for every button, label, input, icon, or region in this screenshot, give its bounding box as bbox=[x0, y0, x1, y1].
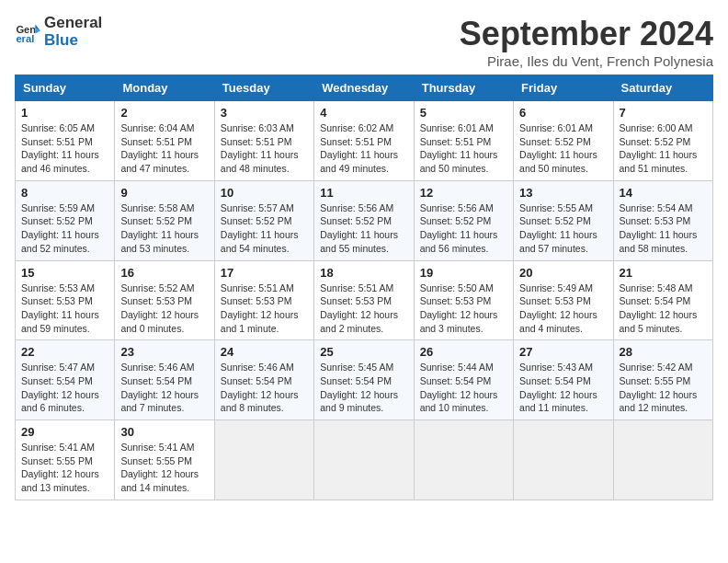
calendar-weekday-header: Saturday bbox=[613, 75, 712, 101]
calendar-day-cell: 1 Sunrise: 6:05 AM Sunset: 5:51 PM Dayli… bbox=[16, 101, 115, 181]
day-info: Sunrise: 5:51 AM Sunset: 5:53 PM Dayligh… bbox=[221, 282, 308, 336]
day-number: 22 bbox=[21, 345, 108, 359]
day-info: Sunrise: 5:50 AM Sunset: 5:53 PM Dayligh… bbox=[420, 282, 507, 336]
calendar-day-cell: 4 Sunrise: 6:02 AM Sunset: 5:51 PM Dayli… bbox=[314, 101, 414, 181]
day-info: Sunrise: 5:44 AM Sunset: 5:54 PM Dayligh… bbox=[420, 361, 507, 415]
day-info: Sunrise: 5:59 AM Sunset: 5:52 PM Dayligh… bbox=[21, 201, 108, 256]
logo-text-line2: Blue bbox=[44, 32, 102, 50]
calendar-body: 1 Sunrise: 6:05 AM Sunset: 5:51 PM Dayli… bbox=[16, 101, 713, 500]
calendar-day-cell: 23 Sunrise: 5:46 AM Sunset: 5:54 PM Dayl… bbox=[115, 340, 214, 420]
day-number: 13 bbox=[519, 186, 607, 200]
title-block: September 2024 Pirae, Iles du Vent, Fren… bbox=[460, 15, 713, 69]
day-number: 6 bbox=[519, 106, 607, 120]
svg-text:eral: eral bbox=[16, 33, 34, 44]
calendar-day-cell: 27 Sunrise: 5:43 AM Sunset: 5:54 PM Dayl… bbox=[514, 340, 613, 420]
day-number: 20 bbox=[519, 266, 607, 280]
day-number: 28 bbox=[620, 345, 707, 359]
day-info: Sunrise: 6:00 AM Sunset: 5:52 PM Dayligh… bbox=[620, 121, 707, 176]
day-number: 25 bbox=[320, 345, 407, 359]
calendar-day-cell bbox=[414, 420, 513, 500]
day-number: 27 bbox=[519, 345, 607, 359]
day-info: Sunrise: 5:49 AM Sunset: 5:53 PM Dayligh… bbox=[519, 282, 607, 336]
day-number: 12 bbox=[420, 186, 507, 200]
calendar-day-cell: 8 Sunrise: 5:59 AM Sunset: 5:52 PM Dayli… bbox=[16, 180, 115, 260]
day-number: 11 bbox=[320, 186, 407, 200]
day-info: Sunrise: 5:56 AM Sunset: 5:52 PM Dayligh… bbox=[420, 201, 507, 256]
day-info: Sunrise: 5:53 AM Sunset: 5:53 PM Dayligh… bbox=[21, 282, 108, 336]
calendar-day-cell: 29 Sunrise: 5:41 AM Sunset: 5:55 PM Dayl… bbox=[16, 420, 115, 500]
day-info: Sunrise: 5:41 AM Sunset: 5:55 PM Dayligh… bbox=[120, 441, 208, 495]
calendar-day-cell: 28 Sunrise: 5:42 AM Sunset: 5:55 PM Dayl… bbox=[613, 340, 712, 420]
calendar-header-row: SundayMondayTuesdayWednesdayThursdayFrid… bbox=[16, 75, 713, 101]
day-info: Sunrise: 5:54 AM Sunset: 5:53 PM Dayligh… bbox=[620, 201, 707, 256]
calendar-day-cell: 16 Sunrise: 5:52 AM Sunset: 5:53 PM Dayl… bbox=[115, 260, 214, 340]
calendar-weekday-header: Sunday bbox=[16, 75, 115, 101]
day-info: Sunrise: 6:03 AM Sunset: 5:51 PM Dayligh… bbox=[221, 121, 308, 176]
day-number: 10 bbox=[221, 186, 308, 200]
day-number: 8 bbox=[21, 186, 108, 200]
day-number: 1 bbox=[21, 106, 108, 120]
day-number: 3 bbox=[221, 106, 308, 120]
calendar-day-cell: 14 Sunrise: 5:54 AM Sunset: 5:53 PM Dayl… bbox=[613, 180, 712, 260]
day-number: 17 bbox=[221, 266, 308, 280]
calendar-day-cell: 25 Sunrise: 5:45 AM Sunset: 5:54 PM Dayl… bbox=[314, 340, 414, 420]
calendar-week-row: 1 Sunrise: 6:05 AM Sunset: 5:51 PM Dayli… bbox=[16, 101, 713, 181]
calendar-day-cell: 22 Sunrise: 5:47 AM Sunset: 5:54 PM Dayl… bbox=[16, 340, 115, 420]
calendar-table: SundayMondayTuesdayWednesdayThursdayFrid… bbox=[15, 75, 713, 500]
day-number: 21 bbox=[620, 266, 707, 280]
day-number: 4 bbox=[320, 106, 407, 120]
calendar-weekday-header: Friday bbox=[514, 75, 613, 101]
calendar-weekday-header: Wednesday bbox=[314, 75, 414, 101]
calendar-day-cell: 7 Sunrise: 6:00 AM Sunset: 5:52 PM Dayli… bbox=[613, 101, 712, 181]
day-number: 26 bbox=[420, 345, 507, 359]
day-number: 5 bbox=[420, 106, 507, 120]
day-number: 16 bbox=[120, 266, 208, 280]
day-info: Sunrise: 5:56 AM Sunset: 5:52 PM Dayligh… bbox=[320, 201, 407, 256]
calendar-day-cell: 30 Sunrise: 5:41 AM Sunset: 5:55 PM Dayl… bbox=[115, 420, 214, 500]
day-info: Sunrise: 5:45 AM Sunset: 5:54 PM Dayligh… bbox=[320, 361, 407, 415]
day-number: 18 bbox=[320, 266, 407, 280]
day-number: 23 bbox=[120, 345, 208, 359]
day-info: Sunrise: 6:04 AM Sunset: 5:51 PM Dayligh… bbox=[120, 121, 208, 176]
day-info: Sunrise: 5:48 AM Sunset: 5:54 PM Dayligh… bbox=[620, 282, 707, 336]
calendar-day-cell: 12 Sunrise: 5:56 AM Sunset: 5:52 PM Dayl… bbox=[414, 180, 513, 260]
calendar-day-cell: 3 Sunrise: 6:03 AM Sunset: 5:51 PM Dayli… bbox=[214, 101, 313, 181]
day-number: 7 bbox=[620, 106, 707, 120]
calendar-day-cell: 18 Sunrise: 5:51 AM Sunset: 5:53 PM Dayl… bbox=[314, 260, 414, 340]
day-number: 15 bbox=[21, 266, 108, 280]
day-info: Sunrise: 5:42 AM Sunset: 5:55 PM Dayligh… bbox=[620, 361, 707, 415]
calendar-day-cell: 26 Sunrise: 5:44 AM Sunset: 5:54 PM Dayl… bbox=[414, 340, 513, 420]
calendar-day-cell: 21 Sunrise: 5:48 AM Sunset: 5:54 PM Dayl… bbox=[613, 260, 712, 340]
calendar-day-cell: 11 Sunrise: 5:56 AM Sunset: 5:52 PM Dayl… bbox=[314, 180, 414, 260]
calendar-day-cell: 20 Sunrise: 5:49 AM Sunset: 5:53 PM Dayl… bbox=[514, 260, 613, 340]
day-info: Sunrise: 5:51 AM Sunset: 5:53 PM Dayligh… bbox=[320, 282, 407, 336]
day-info: Sunrise: 5:46 AM Sunset: 5:54 PM Dayligh… bbox=[221, 361, 308, 415]
day-number: 30 bbox=[120, 425, 208, 439]
calendar-day-cell bbox=[613, 420, 712, 500]
calendar-week-row: 8 Sunrise: 5:59 AM Sunset: 5:52 PM Dayli… bbox=[16, 180, 713, 260]
calendar-day-cell: 6 Sunrise: 6:01 AM Sunset: 5:52 PM Dayli… bbox=[514, 101, 613, 181]
calendar-day-cell: 5 Sunrise: 6:01 AM Sunset: 5:51 PM Dayli… bbox=[414, 101, 513, 181]
calendar-week-row: 22 Sunrise: 5:47 AM Sunset: 5:54 PM Dayl… bbox=[16, 340, 713, 420]
day-number: 14 bbox=[620, 186, 707, 200]
location-subtitle: Pirae, Iles du Vent, French Polynesia bbox=[460, 53, 713, 69]
calendar-day-cell: 2 Sunrise: 6:04 AM Sunset: 5:51 PM Dayli… bbox=[115, 101, 214, 181]
calendar-day-cell: 24 Sunrise: 5:46 AM Sunset: 5:54 PM Dayl… bbox=[214, 340, 313, 420]
day-info: Sunrise: 5:46 AM Sunset: 5:54 PM Dayligh… bbox=[120, 361, 208, 415]
calendar-day-cell: 13 Sunrise: 5:55 AM Sunset: 5:52 PM Dayl… bbox=[514, 180, 613, 260]
day-info: Sunrise: 5:41 AM Sunset: 5:55 PM Dayligh… bbox=[21, 441, 108, 495]
calendar-day-cell bbox=[514, 420, 613, 500]
calendar-day-cell bbox=[214, 420, 313, 500]
day-info: Sunrise: 5:58 AM Sunset: 5:52 PM Dayligh… bbox=[120, 201, 208, 256]
calendar-day-cell: 10 Sunrise: 5:57 AM Sunset: 5:52 PM Dayl… bbox=[214, 180, 313, 260]
calendar-week-row: 29 Sunrise: 5:41 AM Sunset: 5:55 PM Dayl… bbox=[16, 420, 713, 500]
day-info: Sunrise: 5:47 AM Sunset: 5:54 PM Dayligh… bbox=[21, 361, 108, 415]
logo-icon: Gen eral bbox=[15, 19, 40, 45]
day-number: 19 bbox=[420, 266, 507, 280]
day-number: 24 bbox=[221, 345, 308, 359]
logo-text-line1: General bbox=[44, 15, 102, 32]
day-number: 29 bbox=[21, 425, 108, 439]
month-title: September 2024 bbox=[460, 15, 713, 53]
day-info: Sunrise: 6:01 AM Sunset: 5:52 PM Dayligh… bbox=[519, 121, 607, 176]
calendar-weekday-header: Monday bbox=[115, 75, 214, 101]
